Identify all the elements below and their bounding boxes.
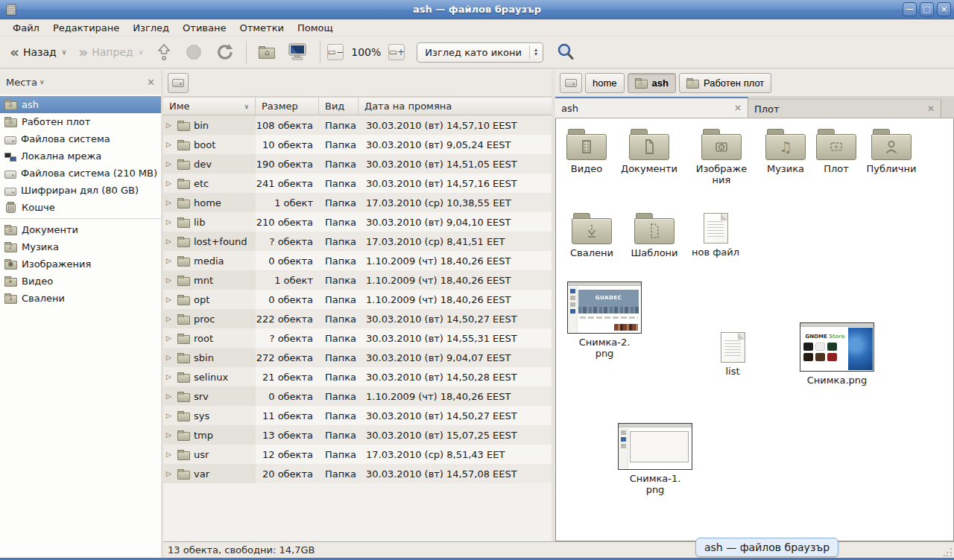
column-header-name[interactable]: Име ∨ (163, 98, 256, 115)
sidebar-selector-caret-icon[interactable]: ∨ (40, 78, 45, 86)
menu-bookmarks[interactable]: Отметки (233, 21, 290, 35)
column-header-type[interactable]: Вид (319, 98, 358, 115)
table-row[interactable]: ▷ lost+found ? обекта Папка 17.03.2010 (… (163, 232, 552, 251)
table-row[interactable]: ▷ tmp 13 обекта Папка 30.03.2010 (вт) 15… (163, 425, 552, 445)
sidebar-item-home[interactable]: ⌂ ash (0, 96, 161, 113)
sidebar-title[interactable]: Места (6, 77, 37, 88)
table-row[interactable]: ▷ opt 0 обекта Папка 1.10.2009 (чт) 18,4… (163, 290, 552, 309)
expander-icon[interactable]: ▷ (166, 276, 174, 284)
sidebar-item-encrypted-80gb[interactable]: Шифриран дял (80 GB) (0, 182, 161, 199)
table-row[interactable]: ▷ var 20 обекта Папка 30.03.2010 (вт) 14… (163, 464, 552, 483)
folder-item-downloads[interactable]: Свалени (561, 213, 622, 258)
menu-help[interactable]: Помощ (291, 21, 340, 35)
tab-close-icon[interactable]: ✕ (734, 103, 742, 113)
table-row[interactable]: ▷ boot 10 обекта Папка 30.03.2010 (вт) 9… (163, 135, 552, 154)
icon-view[interactable]: Видео Документи Изображения (555, 118, 954, 541)
home-button[interactable]: ⌂ (253, 42, 280, 63)
sidebar-item-desktop[interactable]: ▫ Работен плот (0, 113, 161, 130)
sidebar-item-trash[interactable]: Кошче (0, 199, 161, 216)
back-button[interactable]: « Назад ∨ (4, 42, 72, 62)
back-history-caret-icon[interactable]: ∨ (62, 48, 67, 56)
close-button[interactable]: × (937, 2, 951, 16)
zoom-level[interactable]: 100% (345, 46, 387, 58)
table-row[interactable]: ▷ selinux 21 обекта Папка 30.03.2010 (вт… (163, 367, 552, 386)
expander-icon[interactable]: ▷ (166, 199, 174, 206)
expander-icon[interactable]: ▷ (166, 296, 174, 303)
expander-icon[interactable]: ▷ (166, 238, 174, 245)
table-row[interactable]: ▷ mnt 1 обект Папка 1.10.2009 (чт) 18,40… (163, 270, 552, 290)
image-item-snimka[interactable]: GNOME Store Снимка.png (800, 322, 874, 386)
table-row[interactable]: ▷ usr 12 обекта Папка 17.03.2010 (ср) 8,… (163, 445, 552, 464)
path-ash-button[interactable]: ⌂ ash (628, 73, 676, 93)
expander-icon[interactable]: ▷ (166, 392, 174, 400)
tab-ash[interactable]: ash ✕ (555, 97, 748, 118)
expander-icon[interactable]: ▷ (166, 179, 174, 187)
table-row[interactable]: ▷ sbin 272 обекта Папка 30.03.2010 (вт) … (163, 348, 552, 367)
file-item-new-file[interactable]: нов файл (685, 213, 746, 258)
expander-icon[interactable]: ▷ (166, 121, 174, 129)
expander-icon[interactable]: ▷ (166, 354, 174, 361)
sidebar-item-pictures[interactable]: ● Изображения (0, 255, 161, 273)
expander-icon[interactable]: ▷ (166, 373, 174, 381)
expander-icon[interactable]: ▷ (166, 412, 174, 419)
table-row[interactable]: ▷ lib 210 обекта Папка 30.03.2010 (вт) 9… (163, 212, 552, 232)
sidebar-item-filesystem-210mb[interactable]: Файлова система (210 MB) (0, 165, 161, 182)
computer-button[interactable] (282, 39, 313, 66)
table-row[interactable]: ▷ proc 222 обекта Папка 30.03.2010 (вт) … (163, 309, 552, 328)
file-item-list[interactable]: list (703, 332, 762, 377)
sidebar-item-documents[interactable]: ▫ Документи (0, 221, 161, 238)
table-row[interactable]: ▷ etc 241 обекта Папка 30.03.2010 (вт) 1… (163, 174, 552, 193)
expander-icon[interactable]: ▷ (166, 315, 174, 322)
folder-item-public[interactable]: Публични (857, 129, 926, 174)
path-root-button[interactable] (560, 73, 582, 93)
up-button[interactable] (150, 39, 178, 66)
table-row[interactable]: ▷ root ? обекта Папка 30.03.2010 (вт) 14… (163, 328, 552, 348)
path-home-button[interactable]: home (585, 73, 625, 93)
sidebar-close-icon[interactable]: ✕ (147, 77, 155, 88)
zoom-out-button[interactable]: ▭− (327, 44, 344, 60)
root-location-button[interactable] (168, 73, 189, 93)
sidebar-item-local-network[interactable]: Локална мрежа (0, 147, 161, 165)
folder-item-images[interactable]: Изображения (692, 129, 751, 185)
expander-icon[interactable]: ▷ (166, 451, 174, 458)
table-row[interactable]: ▷ home 1 обект Папка 17.03.2010 (ср) 10,… (163, 193, 552, 212)
menu-edit[interactable]: Редактиране (46, 21, 126, 35)
table-row[interactable]: ▷ sys 11 обекта Папка 30.03.2010 (вт) 14… (163, 406, 552, 425)
image-item-snimka2[interactable]: GUADEC Снимка-2.png (567, 281, 642, 359)
path-desktop-button[interactable]: ▫ Работен плот (679, 73, 771, 93)
table-row[interactable]: ▷ media 0 обекта Папка 1.10.2009 (чт) 18… (163, 251, 552, 270)
table-row[interactable]: ▷ srv 0 обекта Папка 1.10.2009 (чт) 18,4… (163, 386, 552, 406)
zoom-in-button[interactable]: ▭+ (388, 44, 405, 60)
menu-view[interactable]: Изглед (126, 21, 176, 35)
resize-grip-icon[interactable] (944, 547, 953, 556)
table-row[interactable]: ▷ dev 190 обекта Папка 30.03.2010 (вт) 1… (163, 154, 552, 174)
expander-icon[interactable]: ▷ (166, 257, 174, 264)
expander-icon[interactable]: ▷ (166, 334, 174, 342)
tab-plot[interactable]: Плот ✕ (748, 99, 941, 118)
sidebar-item-music[interactable]: ♪ Музика (0, 238, 161, 255)
menu-go[interactable]: Отиване (176, 21, 233, 35)
reload-button[interactable] (209, 39, 239, 66)
table-row[interactable]: ▷ bin 108 обекта Папка 30.03.2010 (вт) 1… (163, 115, 552, 135)
forward-button[interactable]: » Напред ∨ (73, 42, 148, 62)
folder-item-videos[interactable]: Видео (556, 129, 617, 174)
column-header-date[interactable]: Дата на промяна (358, 98, 552, 115)
image-item-snimka1[interactable]: Снимка-1.png (618, 423, 692, 495)
taskbar-window-tooltip[interactable]: ash — файлов браузър (695, 538, 838, 557)
expander-icon[interactable]: ▷ (166, 470, 174, 477)
expander-icon[interactable]: ▷ (166, 160, 174, 168)
minimize-button[interactable]: — (903, 2, 917, 16)
expander-icon[interactable]: ▷ (166, 218, 174, 226)
expander-icon[interactable]: ▷ (166, 141, 174, 148)
folder-item-documents[interactable]: Документи (615, 129, 683, 174)
column-header-size[interactable]: Размер (256, 98, 319, 115)
folder-item-templates[interactable]: Шаблони (624, 213, 685, 258)
search-button[interactable] (551, 39, 581, 66)
sidebar-item-videos[interactable]: ▸ Видео (0, 273, 161, 290)
expander-icon[interactable]: ▷ (166, 431, 174, 439)
tab-close-icon[interactable]: ✕ (927, 104, 935, 114)
menu-file[interactable]: Файл (6, 21, 46, 35)
sidebar-item-downloads[interactable]: ↓ Свалени (0, 290, 161, 307)
sidebar-item-filesystem[interactable]: Файлова система (0, 130, 161, 147)
view-mode-select[interactable]: Изглед като икони ▴▾ (417, 42, 543, 63)
